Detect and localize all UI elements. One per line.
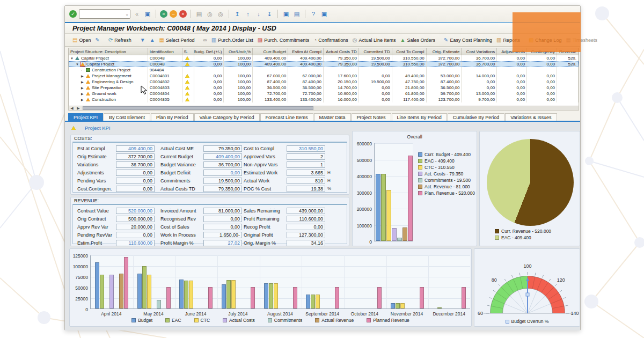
approved-vars-field[interactable]: 2: [287, 153, 325, 160]
cancel-icon[interactable]: ×: [179, 10, 187, 18]
sales-orders-button[interactable]: ▲Sales Orders: [398, 36, 437, 44]
cost-contingen--field[interactable]: 0,00: [116, 186, 155, 192]
create-shortcut-icon[interactable]: ▤: [292, 10, 301, 18]
recog-profit-field[interactable]: 0,00: [287, 224, 325, 230]
select-period-button[interactable]: ▦Select Period: [157, 36, 197, 44]
table-row[interactable]: ▶ConstructionC00048050,00100,00133.400,0…: [69, 97, 579, 102]
invoiced-amount-field[interactable]: 81.000,00: [203, 208, 242, 214]
actual-cost-me-field[interactable]: 79.350,00: [203, 145, 242, 152]
collapse-icon[interactable]: «: [133, 10, 141, 18]
closed-expander-icon[interactable]: ▶: [81, 80, 85, 84]
table-row[interactable]: ·Construction Project904484: [69, 67, 579, 73]
tab-value-category-by-period[interactable]: Value Category by Period: [194, 113, 260, 121]
apprv-rev-var-field[interactable]: 20.000,00: [116, 224, 155, 230]
cost-of-sales-field[interactable]: 0,00: [203, 224, 242, 230]
open-expander-icon[interactable]: ▼: [70, 57, 74, 60]
easy-cost-planning-button[interactable]: ✎Easy Cost Planning: [442, 36, 494, 44]
continue-icon[interactable]: «: [160, 10, 167, 18]
budget-variance-field[interactable]: 36.700,00: [203, 161, 242, 168]
tab-master-data[interactable]: Master Data: [314, 113, 351, 121]
column-header[interactable]: Budg. Def.(+/-): [194, 48, 224, 55]
closed-expander-icon[interactable]: ▶: [81, 74, 85, 78]
pending-revvar-field[interactable]: 0,00: [116, 232, 155, 238]
column-header[interactable]: Estim At Compl: [288, 48, 324, 55]
next-page-icon[interactable]: ↓: [254, 10, 263, 18]
scroll-left-icon[interactable]: ◀: [69, 106, 75, 111]
column-header[interactable]: S.: [182, 48, 194, 55]
column-header[interactable]: Orig. Estimate: [427, 48, 462, 55]
help-icon[interactable]: ?: [309, 10, 318, 18]
purch-order-list-button[interactable]: ▥Purch.Order List: [209, 36, 255, 44]
budget-deficit-field[interactable]: 0,00: [203, 170, 242, 176]
column-header[interactable]: Cost To Compl: [392, 48, 427, 55]
actual-work-field[interactable]: 810: [287, 178, 325, 184]
table-row[interactable]: ▼Capital ProjectC000480,00100,00409.400,…: [69, 61, 579, 67]
tab-cumulative-by-period[interactable]: Cumulative By Period: [448, 113, 505, 121]
open-expander-icon[interactable]: ▼: [76, 63, 79, 66]
closed-expander-icon[interactable]: ▶: [81, 92, 85, 95]
column-header[interactable]: Project Structure: Description: [69, 48, 148, 55]
commitments-field[interactable]: 19.500,00: [203, 178, 242, 184]
find-next-icon[interactable]: ◎: [216, 10, 225, 18]
orig-contract-field[interactable]: 500.000,00: [116, 216, 155, 222]
new-session-icon[interactable]: ▣: [282, 10, 290, 18]
contract-value-field[interactable]: 520.000,00: [116, 208, 155, 214]
column-header[interactable]: Actual Costs TD: [324, 48, 359, 55]
open-button[interactable]: ▤Open: [70, 36, 93, 44]
tab-project-notes[interactable]: Project Notes: [352, 113, 391, 121]
cost-to-compl-field[interactable]: 310.550,00: [287, 145, 325, 152]
table-row[interactable]: ▼Capital ProjectC000480,00100,00409.400,…: [69, 55, 579, 61]
tab-line-items-by-period[interactable]: Line Items By Period: [392, 113, 447, 121]
orig-estimate-field[interactable]: 372.700,00: [116, 153, 155, 160]
find-icon[interactable]: ◎: [206, 10, 214, 18]
estim-profit-field[interactable]: 110.600,00: [116, 240, 155, 246]
scrollbar-track[interactable]: [82, 106, 579, 110]
first-page-icon[interactable]: ↥: [233, 10, 241, 18]
pending-vars-field[interactable]: 0,00: [116, 178, 155, 184]
tab-by-cost-element[interactable]: By Cost Element: [104, 113, 150, 121]
column-header[interactable]: Cost Variations: [462, 48, 497, 55]
column-header[interactable]: Commited TD: [359, 48, 392, 55]
actual-costs-td-field[interactable]: 79.350,00: [203, 186, 242, 192]
column-header[interactable]: Identification: [148, 48, 182, 55]
recognised-rev-field[interactable]: 0,00: [203, 216, 242, 222]
glasses-icon[interactable]: ∞: [201, 36, 209, 44]
command-field-combobox[interactable]: ⌄: [79, 9, 130, 19]
last-page-icon[interactable]: ↧: [265, 10, 274, 18]
tab-project-kpi[interactable]: Project KPI: [68, 113, 103, 121]
refresh-button[interactable]: ⟳Refresh: [106, 36, 134, 44]
filter-up-icon[interactable]: ▲: [148, 36, 157, 44]
table-row[interactable]: ▶Project ManagementC00048010,00100,0067.…: [69, 73, 579, 79]
closed-expander-icon[interactable]: ▶: [81, 86, 85, 90]
current-budget-field[interactable]: 409.400,00: [203, 153, 242, 160]
save-icon[interactable]: ▣: [143, 10, 152, 18]
actual-line-items-button[interactable]: ◎Actual Line Items: [350, 36, 398, 44]
adjustments-field[interactable]: 0,00: [116, 170, 155, 176]
orig-margin--field[interactable]: 34,16: [287, 240, 325, 246]
tab-plan-by-period[interactable]: Plan By Period: [151, 113, 194, 121]
work-in-process-field[interactable]: 1.650,00-: [203, 232, 242, 238]
scroll-right-icon[interactable]: ▶: [75, 106, 82, 111]
confirmations-button[interactable]: ◔Confirmations: [311, 36, 350, 44]
table-row[interactable]: ▶Engineering & DesignC00048020,00100,008…: [69, 79, 579, 85]
original-profit-field[interactable]: 127.300,00: [287, 232, 325, 238]
estimated-work-field[interactable]: 3.665: [287, 170, 325, 176]
scrollbar-thumb[interactable]: [83, 106, 313, 110]
profit-margin--field[interactable]: 27,02: [203, 240, 242, 246]
chevron-down-icon[interactable]: ⌄: [125, 12, 129, 17]
sales-remaining-field[interactable]: 439.000,00: [287, 208, 325, 214]
non-apprv-vars-field[interactable]: 1: [287, 161, 325, 168]
filter-down-icon[interactable]: ▼: [138, 36, 148, 44]
purch-commitments-button[interactable]: ▨Purch. Commitments: [255, 36, 311, 44]
tab-variations-issues[interactable]: Variations & Issues: [505, 113, 557, 121]
column-header[interactable]: Ovr/Undr,%: [224, 48, 253, 55]
poc-cost-field[interactable]: 19,38: [287, 186, 325, 192]
print-icon[interactable]: ▤: [195, 10, 203, 18]
closed-expander-icon[interactable]: ▶: [81, 98, 85, 101]
variations-field[interactable]: 36.700,00: [116, 161, 155, 168]
ok-icon[interactable]: ✓: [69, 10, 77, 18]
suspend-icon[interactable]: ‒: [170, 10, 177, 18]
wand-icon[interactable]: ✎: [93, 36, 101, 44]
tab-forecast-line-items[interactable]: Forecast Line Items: [260, 113, 313, 121]
est-at-compl-field[interactable]: 409.400,00: [116, 145, 155, 152]
